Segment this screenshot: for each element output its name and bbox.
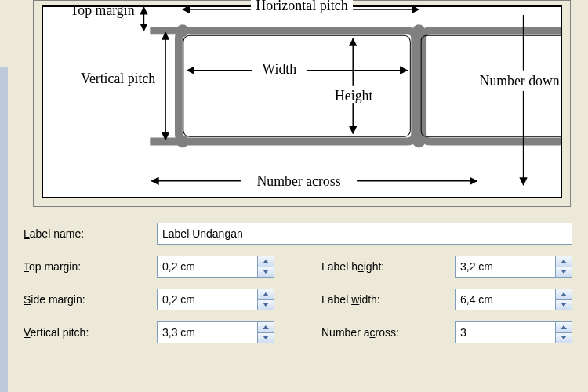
vertical-pitch-label: Vertical pitch: [24,326,157,339]
top-margin-spinner[interactable] [157,256,274,278]
preview-label-horizontal-pitch: Horizontal pitch [251,0,352,13]
chevron-up-icon [263,260,269,263]
chevron-down-icon [561,270,567,274]
label-height-down[interactable] [556,267,572,278]
label-width-spinner[interactable] [455,289,572,310]
svg-point-3 [412,135,425,147]
label-width-label: Label width: [321,293,455,306]
number-across-down[interactable] [556,333,572,343]
label-height-spinner[interactable] [455,256,572,278]
svg-point-1 [412,24,425,37]
number-across-up[interactable] [556,322,572,333]
chevron-up-icon [561,260,567,263]
chevron-down-icon [561,303,567,307]
chevron-down-icon [263,303,269,307]
top-margin-input[interactable] [157,256,257,278]
top-margin-down[interactable] [258,267,274,278]
label-name-input[interactable] [157,223,572,245]
number-across-input[interactable] [455,321,555,343]
label-height-input[interactable] [455,256,555,278]
side-margin-down[interactable] [258,300,274,310]
side-margin-up[interactable] [258,289,274,300]
svg-rect-4 [183,35,410,136]
label-height-up[interactable] [556,256,572,267]
chevron-up-icon [561,292,567,296]
chevron-up-icon [561,325,567,329]
vertical-pitch-input[interactable] [157,321,257,343]
preview-label-horizontal-pitch-wrap: Horizontal pitch [34,0,570,14]
label-preview-frame: Top margin Width Height Vertical pitch [33,0,571,207]
chevron-down-icon [263,336,269,339]
chevron-down-icon [263,270,269,274]
label-width-down[interactable] [556,300,572,310]
label-height-label: Label height: [321,260,455,273]
top-margin-label: Top margin: [24,260,157,273]
label-name-label: Label name: [24,227,157,240]
top-margin-up[interactable] [258,256,274,267]
number-across-spinner[interactable] [455,321,572,343]
side-margin-label: Side margin: [24,293,157,306]
vertical-pitch-up[interactable] [258,322,274,333]
vertical-pitch-down[interactable] [258,333,274,343]
preview-label-vertical-pitch: Vertical pitch [81,71,155,86]
preview-label-number-across: Number across [257,173,341,189]
preview-label-height: Height [335,88,372,103]
label-preview: Top margin Width Height Vertical pitch [42,5,562,198]
label-width-input[interactable] [455,289,555,310]
chevron-up-icon [263,325,269,329]
side-stripe [0,67,8,392]
vertical-pitch-spinner[interactable] [157,321,274,343]
preview-label-number-down: Number down [480,73,560,89]
chevron-down-icon [561,336,567,339]
label-width-up[interactable] [556,289,572,300]
svg-point-2 [176,135,189,147]
number-across-label: Number across: [321,326,455,339]
side-margin-input[interactable] [157,289,257,310]
side-margin-spinner[interactable] [157,289,274,310]
form-area: Label name: Top margin: Label height: Si… [24,223,571,343]
chevron-up-icon [263,292,269,296]
preview-label-width: Width [262,61,296,77]
svg-point-0 [176,24,189,37]
